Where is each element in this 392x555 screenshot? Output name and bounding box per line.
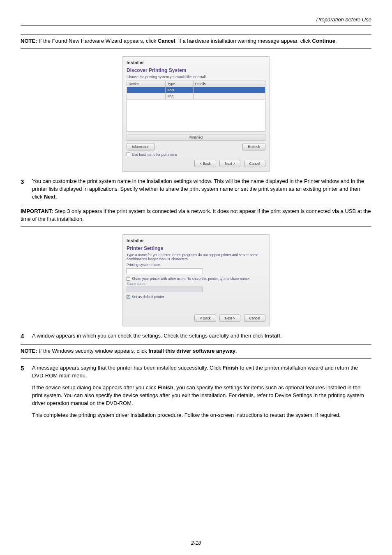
- step5-p2a: If the device setup dialog box appears a…: [32, 384, 158, 391]
- cancel-button[interactable]: Cancel: [244, 314, 265, 322]
- page-number: 2-18: [0, 540, 392, 546]
- dialog1-heading: Discover Printing System: [127, 67, 265, 73]
- use-host-name-label: Use host name for port name: [132, 153, 177, 157]
- use-host-name-checkbox[interactable]: [127, 153, 130, 156]
- refresh-button[interactable]: Refresh: [242, 143, 265, 150]
- step5-p1a: A message appears saying that the printe…: [32, 365, 223, 371]
- step-4-number: 4: [21, 332, 32, 340]
- note2-text-a: If the Windows security window appears, …: [37, 348, 148, 354]
- table-row[interactable]: IPv6: [127, 93, 265, 99]
- step4-text-b: .: [280, 333, 281, 339]
- device-table-body[interactable]: [127, 99, 265, 132]
- step5-finish: Finish: [223, 365, 238, 371]
- information-button[interactable]: Information: [127, 143, 155, 150]
- step3-text-a: You can customize the print system name …: [32, 178, 364, 200]
- step-3-number: 3: [21, 178, 32, 186]
- note1-text-a: If the Found New Hardware Wizard appears…: [37, 38, 157, 44]
- share-name-input: [127, 287, 203, 292]
- table-row[interactable]: IPv4: [127, 87, 265, 93]
- step3-text-b: .: [55, 194, 57, 200]
- note1-continue: Continue: [312, 38, 335, 44]
- back-button[interactable]: < Back: [194, 314, 216, 322]
- share-printer-checkbox[interactable]: [127, 277, 130, 281]
- dialog2-installer-title: Installer: [127, 238, 265, 243]
- note-box-2: NOTE: If the Windows security window app…: [21, 345, 371, 359]
- dialog2-heading: Printer Settings: [127, 245, 265, 251]
- step5-p3: This completes the printing system drive…: [32, 412, 371, 419]
- dialog1-installer-title: Installer: [127, 60, 265, 65]
- step4-text-a: A window appears in which you can check …: [32, 333, 265, 339]
- note1-text-c: .: [335, 38, 337, 44]
- device-table: Device Type Details IPv4 IPv6: [127, 81, 265, 99]
- row2-type: IPv6: [166, 93, 193, 99]
- next-button[interactable]: Next >: [219, 314, 240, 322]
- note-box-1: NOTE: If the Found New Hardware Wizard a…: [21, 35, 371, 49]
- note1-cancel: Cancel: [158, 38, 175, 44]
- step5-finish2: Finish: [158, 384, 173, 391]
- step-5-number: 5: [21, 364, 32, 372]
- important-text: Step 3 only appears if the print system …: [21, 208, 371, 222]
- printing-system-name-input[interactable]: [127, 268, 203, 274]
- step-5: 5 A message appears saying that the prin…: [21, 364, 371, 423]
- col-type[interactable]: Type: [166, 81, 193, 87]
- note2-text-b: .: [235, 348, 237, 354]
- back-button[interactable]: < Back: [194, 160, 216, 167]
- col-details[interactable]: Details: [193, 81, 265, 87]
- note2-label: NOTE:: [21, 348, 37, 354]
- default-printer-checkbox[interactable]: [127, 295, 130, 299]
- dialog2-desc: Type a name for your printer. Some progr…: [127, 253, 265, 261]
- important-box: IMPORTANT: Step 3 only appears if the pr…: [21, 205, 371, 227]
- installer-dialog-discover: Installer Discover Printing System Choos…: [122, 56, 270, 172]
- dialog1-choose-text: Choose the printing system you would lik…: [127, 75, 265, 79]
- step-4: 4 A window appears in which you can chec…: [21, 332, 371, 340]
- default-printer-label: Set as default printer: [132, 295, 164, 299]
- share-printer-label: Share your printer with other users. To …: [132, 277, 250, 281]
- row1-type: IPv4: [166, 87, 193, 93]
- note-label: NOTE:: [21, 38, 37, 44]
- share-name-label: Share name:: [127, 282, 265, 286]
- step-3: 3 You can customize the print system nam…: [21, 178, 371, 201]
- next-button[interactable]: Next >: [219, 160, 240, 167]
- note1-text-b: . If a hardware installation warning mes…: [175, 38, 312, 44]
- step3-next: Next: [44, 194, 55, 200]
- important-label: IMPORTANT:: [21, 208, 53, 214]
- cancel-button[interactable]: Cancel: [244, 160, 265, 167]
- status-bar: Finished: [127, 134, 265, 141]
- installer-dialog-printer-settings: Installer Printer Settings Type a name f…: [122, 234, 270, 326]
- col-device[interactable]: Device: [127, 81, 166, 87]
- step4-install: Install: [265, 333, 280, 339]
- note2-anyway: Install this driver software anyway: [148, 348, 235, 354]
- header-section-title: Preparation before Use: [21, 16, 371, 25]
- dialog2-psn-label: Printing system name:: [127, 263, 265, 267]
